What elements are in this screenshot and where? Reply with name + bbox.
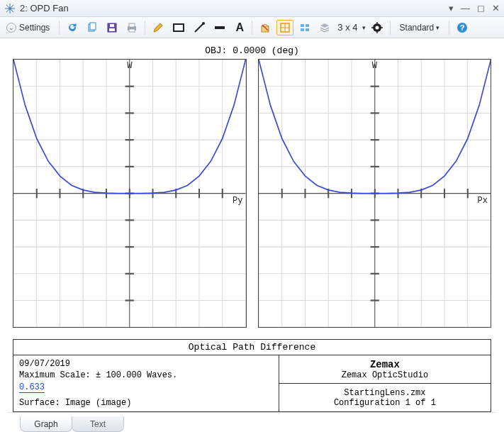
svg-rect-6 (90, 23, 96, 30)
info-date: 09/07/2019 (19, 358, 273, 370)
save-button[interactable] (103, 20, 121, 35)
chevron-down-icon: ⌄ (6, 23, 16, 33)
toolbar-separator (449, 21, 449, 35)
product-name: Zemax OpticStudio (342, 370, 428, 380)
info-file-box: StartingLens.zmx Configuration 1 of 1 (279, 383, 491, 411)
plot-py-xlabel: Py (233, 196, 242, 206)
window-titlebar: 2: OPD Fan ▾ — ◻ ✕ (0, 0, 504, 17)
config-label: Configuration 1 of 1 (334, 398, 436, 408)
thickness-button[interactable] (211, 20, 229, 35)
chevron-down-icon: ▾ (436, 24, 439, 31)
svg-point-4 (9, 7, 11, 9)
info-title: Optical Path Difference (13, 340, 491, 355)
standard-dropdown[interactable]: Standard ▾ (395, 20, 445, 35)
maximize-button[interactable]: ◻ (477, 3, 485, 13)
right-gutter (498, 38, 504, 432)
plot-px[interactable]: W Px (258, 59, 492, 328)
rectangle-tool-button[interactable] (169, 20, 188, 35)
info-brand-box: Zemax Zemax OpticStudio (279, 355, 491, 383)
svg-rect-23 (306, 24, 309, 27)
toolbar-separator (390, 21, 391, 35)
field-header: OBJ: 0.0000 (deg) (7, 44, 497, 59)
toolbar-separator (145, 21, 145, 35)
svg-rect-24 (301, 28, 304, 31)
info-surface: Surface: Image (image) (19, 397, 273, 409)
grid-size-label[interactable]: 3 x 4 (336, 22, 359, 33)
settings-button[interactable]: ⌄ Settings (4, 20, 55, 35)
toolbar: ⌄ Settings A (0, 17, 504, 38)
grid-dropdown-icon[interactable]: ▾ (362, 24, 366, 31)
plot-py[interactable]: W Py (13, 59, 247, 328)
info-left-column: 09/07/2019 Maximum Scale: ± 100.000 Wave… (13, 355, 279, 411)
plot-py-svg (13, 60, 246, 327)
wavelength-link[interactable]: 0.633 (19, 382, 45, 393)
close-button[interactable]: ✕ (492, 3, 500, 13)
brand-title: Zemax (370, 359, 400, 370)
dropdown-icon[interactable]: ▾ (449, 3, 454, 13)
svg-rect-22 (301, 24, 304, 27)
svg-point-27 (375, 26, 379, 29)
svg-text:?: ? (460, 23, 465, 32)
lock-aspect-button[interactable] (276, 20, 293, 35)
layers-button[interactable] (316, 20, 333, 35)
plot-px-xlabel: Px (478, 196, 488, 206)
text-a-icon: A (236, 22, 245, 33)
svg-rect-9 (110, 24, 114, 27)
svg-rect-25 (306, 28, 309, 31)
file-name: StartingLens.zmx (344, 388, 425, 398)
tab-text[interactable]: Text (72, 416, 124, 432)
app-icon (4, 3, 16, 14)
line-tool-button[interactable] (191, 20, 208, 35)
settings-label: Settings (19, 23, 50, 33)
svg-rect-8 (109, 28, 115, 31)
svg-rect-11 (129, 23, 135, 27)
plot-px-svg (259, 60, 491, 327)
refresh-button[interactable] (64, 20, 81, 35)
window-title: 2: OPD Fan (20, 3, 449, 13)
copy-button[interactable] (84, 20, 101, 35)
info-panel: Optical Path Difference 09/07/2019 Maxim… (13, 339, 491, 412)
svg-rect-12 (129, 29, 135, 32)
tab-text-label: Text (90, 419, 106, 429)
pencil-button[interactable] (150, 20, 167, 35)
toolbar-separator (59, 21, 60, 35)
plot-py-ylabel: W (127, 61, 132, 71)
svg-line-14 (195, 23, 203, 32)
info-scale: Maximum Scale: ± 100.000 Waves. (19, 370, 273, 381)
delete-annotation-button[interactable] (257, 20, 274, 35)
svg-point-15 (202, 22, 205, 25)
standard-label: Standard (400, 23, 435, 33)
plot-px-ylabel: W (372, 61, 377, 71)
help-button[interactable]: ? (454, 20, 471, 35)
content-area: OBJ: 0.0000 (deg) W Py W Px Optical Path… (0, 38, 504, 432)
toolbar-separator (252, 21, 252, 35)
text-tool-button[interactable]: A (232, 20, 247, 35)
tab-graph-label: Graph (34, 419, 57, 429)
svg-rect-13 (174, 24, 184, 31)
print-button[interactable] (123, 20, 140, 35)
target-button[interactable] (369, 20, 386, 35)
minimize-button[interactable]: — (461, 3, 470, 13)
plots-row: W Py W Px (7, 59, 497, 339)
bottom-tabs: Graph Text (7, 412, 497, 432)
configurations-button[interactable] (296, 20, 313, 35)
tab-graph[interactable]: Graph (20, 416, 72, 432)
